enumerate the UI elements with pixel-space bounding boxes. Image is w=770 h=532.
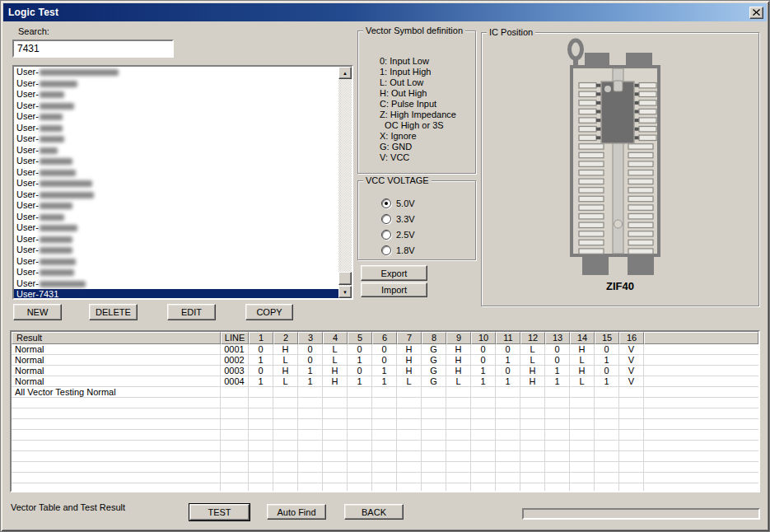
scroll-up-button[interactable]: ▲ (338, 67, 352, 79)
column-header-12[interactable]: 12 (520, 332, 545, 344)
list-item[interactable]: User- (14, 156, 352, 167)
table-row[interactable] (12, 408, 758, 419)
column-header-filler[interactable] (644, 332, 758, 344)
vcc-option-5.0V[interactable]: 5.0V (381, 198, 415, 208)
vcc-option-1.8V[interactable]: 1.8V (381, 245, 415, 255)
list-item[interactable]: User- (14, 145, 352, 156)
list-item[interactable]: User- (14, 167, 352, 179)
list-item[interactable]: User- (14, 111, 352, 123)
vector-cell (446, 473, 471, 483)
list-item[interactable]: User- (14, 78, 352, 90)
column-header-11[interactable]: 11 (496, 332, 520, 344)
column-header-3[interactable]: 3 (298, 332, 323, 344)
table-row[interactable]: Normal00030H1H01HGH10H1H0V (12, 366, 758, 376)
export-button[interactable]: Export (361, 265, 427, 281)
vector-cell (619, 408, 644, 419)
table-row[interactable] (12, 483, 758, 492)
table-row[interactable] (12, 462, 758, 473)
copy-button[interactable]: COPY (245, 304, 293, 320)
column-header-13[interactable]: 13 (545, 332, 570, 344)
table-row[interactable]: Normal00021L0L10HGH01L0L1V (12, 355, 758, 366)
column-header-5[interactable]: 5 (348, 332, 372, 344)
list-item[interactable]: User- (14, 200, 352, 212)
list-item[interactable]: User- (14, 278, 352, 290)
edit-button[interactable]: EDIT (167, 304, 216, 320)
table-row[interactable] (12, 430, 758, 441)
vector-cell: 0 (298, 355, 323, 366)
delete-button[interactable]: DELETE (89, 304, 138, 320)
column-header-15[interactable]: 15 (595, 332, 619, 344)
list-item[interactable]: User- (14, 267, 352, 278)
vector-cell (619, 398, 644, 408)
list-item[interactable]: User- (14, 89, 352, 100)
vector-cell (348, 419, 372, 430)
column-header-6[interactable]: 6 (372, 332, 397, 344)
vector-cell (397, 483, 422, 492)
column-header-14[interactable]: 14 (570, 332, 595, 344)
list-scrollbar[interactable]: ▲ ▼ (338, 67, 352, 298)
vector-cell (372, 473, 397, 483)
table-row[interactable]: Normal00010H0L00HGH00L0H0V (12, 344, 758, 355)
vector-cell: G (422, 355, 446, 366)
test-button[interactable]: TEST (189, 504, 250, 520)
table-row[interactable] (12, 419, 758, 430)
column-header-10[interactable]: 10 (471, 332, 496, 344)
column-header-9[interactable]: 9 (446, 332, 471, 344)
column-header-1[interactable]: 1 (249, 332, 273, 344)
list-item[interactable]: User- (14, 234, 352, 245)
table-row[interactable] (12, 473, 758, 483)
table-row[interactable]: All Vector Testing Normal (12, 387, 758, 398)
column-header-result[interactable]: Result (12, 332, 221, 344)
back-button[interactable]: BACK (344, 504, 404, 520)
table-row[interactable] (12, 451, 758, 462)
table-row[interactable] (12, 398, 758, 408)
vector-table[interactable]: ResultLINE12345678910111213141516 Normal… (10, 330, 760, 492)
vcc-option-2.5V[interactable]: 2.5V (381, 229, 415, 240)
close-button[interactable] (749, 7, 763, 19)
vector-cell (397, 387, 422, 398)
column-header-2[interactable]: 2 (273, 332, 298, 344)
column-header-8[interactable]: 8 (422, 332, 446, 344)
auto-find-button[interactable]: Auto Find (267, 504, 326, 520)
vector-cell: 1 (545, 376, 570, 387)
import-button[interactable]: Import (361, 282, 427, 297)
list-item[interactable]: User- (14, 212, 352, 223)
list-item[interactable]: User- (14, 256, 352, 268)
table-row[interactable]: Normal00041L1H11LGL11H1L1V (12, 376, 758, 387)
vector-cell (570, 398, 595, 408)
filler-cell (644, 473, 758, 483)
column-header-7[interactable]: 7 (397, 332, 422, 344)
column-header-16[interactable]: 16 (619, 332, 644, 344)
redacted-text (40, 225, 77, 231)
radio-icon[interactable] (381, 214, 391, 224)
list-item[interactable]: User- (14, 123, 352, 134)
vector-cell: 0 (372, 344, 397, 355)
search-input[interactable] (12, 40, 174, 58)
list-item[interactable]: User- (14, 133, 352, 145)
vector-cell: H (446, 355, 471, 366)
list-item[interactable]: User- (14, 245, 352, 256)
filler-cell (644, 344, 758, 355)
radio-icon[interactable] (381, 230, 391, 240)
line-cell (221, 430, 249, 441)
list-item[interactable]: User- (14, 178, 352, 189)
radio-label: 5.0V (396, 198, 415, 208)
vcc-option-3.3V[interactable]: 3.3V (381, 213, 415, 224)
table-row[interactable] (12, 441, 758, 451)
list-item[interactable]: User- (14, 100, 352, 112)
device-listbox[interactable]: User-User-User-User-User-User-User-User-… (12, 65, 353, 300)
scroll-down-button[interactable]: ▼ (338, 286, 352, 298)
list-item[interactable]: User- (14, 222, 352, 234)
vector-cell (496, 441, 520, 451)
list-item-selected[interactable]: User-7431 (14, 289, 352, 300)
column-header-4[interactable]: 4 (323, 332, 348, 344)
vector-cell (348, 398, 372, 408)
list-item[interactable]: User- (14, 189, 352, 201)
scroll-thumb[interactable] (338, 272, 352, 285)
new-button[interactable]: NEW (13, 304, 62, 320)
radio-icon[interactable] (381, 198, 391, 208)
column-header-line[interactable]: LINE (221, 332, 249, 344)
vector-cell: H (397, 355, 422, 366)
radio-icon[interactable] (381, 245, 391, 255)
list-item[interactable]: User- (14, 67, 352, 78)
